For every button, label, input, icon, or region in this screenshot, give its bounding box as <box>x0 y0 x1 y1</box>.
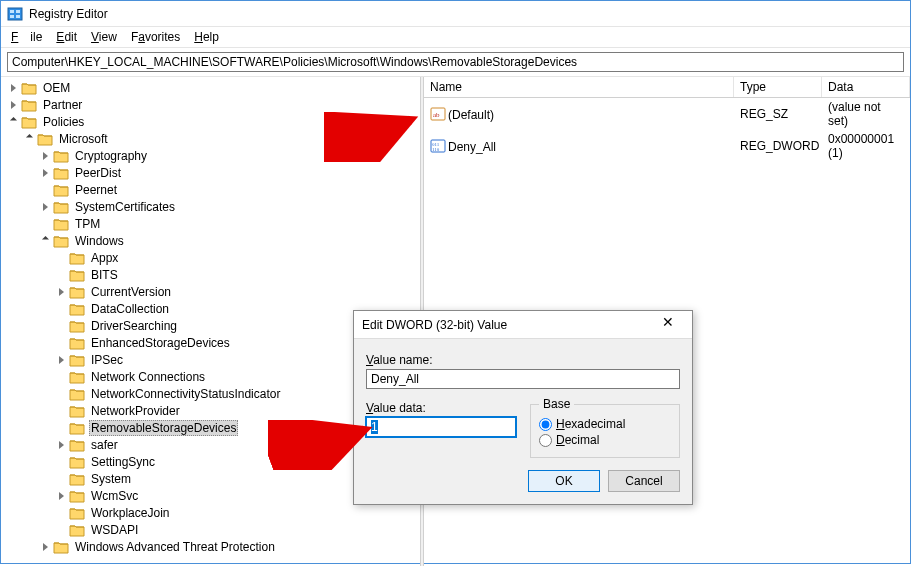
address-input[interactable]: Computer\HKEY_LOCAL_MACHINE\SOFTWARE\Pol… <box>7 52 904 72</box>
tree-item-label: CurrentVersion <box>89 285 173 299</box>
tree-item-label: DriverSearching <box>89 319 179 333</box>
tree-item-label: Partner <box>41 98 84 112</box>
folder-icon <box>37 132 53 146</box>
menu-file[interactable]: FFileile <box>5 28 48 46</box>
tree-item-label: Policies <box>41 115 86 129</box>
tree-item-label: Cryptography <box>73 149 149 163</box>
col-data[interactable]: Data <box>822 77 910 97</box>
tree-item[interactable]: CurrentVersion <box>55 283 420 300</box>
svg-text:ab: ab <box>433 111 440 119</box>
tree-item-label: Windows <box>73 234 126 248</box>
dialog-close-button[interactable]: ✕ <box>652 314 684 336</box>
radio-hex[interactable]: HexadecimalHexadecimal <box>539 417 671 431</box>
folder-icon <box>69 523 85 537</box>
folder-icon <box>69 472 85 486</box>
radio-dec-input[interactable] <box>539 434 552 447</box>
value-data-input[interactable] <box>366 417 516 437</box>
folder-icon <box>69 353 85 367</box>
expander-closed-icon[interactable] <box>39 541 51 553</box>
folder-icon <box>69 455 85 469</box>
expander-open-icon[interactable] <box>23 133 35 145</box>
tree-item-label: WSDAPI <box>89 523 140 537</box>
expander-closed-icon[interactable] <box>55 439 67 451</box>
tree-item-label: TPM <box>73 217 102 231</box>
dword-value-icon: 011110 <box>430 138 446 154</box>
folder-icon <box>69 387 85 401</box>
expander-closed-icon[interactable] <box>39 201 51 213</box>
tree-item[interactable]: Partner <box>7 96 420 113</box>
expander-closed-icon[interactable] <box>55 354 67 366</box>
tree-item[interactable]: Policies <box>7 113 420 130</box>
expander-open-icon[interactable] <box>7 116 19 128</box>
menu-edit[interactable]: EditEdit <box>50 28 83 46</box>
col-name[interactable]: Name <box>424 77 734 97</box>
svg-rect-1 <box>10 10 14 13</box>
value-row[interactable]: 011110Deny_AllREG_DWORD0x00000001 (1) <box>424 130 910 162</box>
folder-icon <box>69 438 85 452</box>
tree-item-label: SystemCertificates <box>73 200 177 214</box>
tree-item-label: safer <box>89 438 120 452</box>
base-group: Base HexadecimalHexadecimal DecimalDecim… <box>530 397 680 458</box>
value-name: Deny_All <box>448 140 496 154</box>
titlebar[interactable]: Registry Editor <box>1 1 910 27</box>
tree-item[interactable]: BITS <box>55 266 420 283</box>
folder-icon <box>53 200 69 214</box>
folder-icon <box>53 183 69 197</box>
expander-closed-icon[interactable] <box>55 286 67 298</box>
col-type[interactable]: Type <box>734 77 822 97</box>
tree-item[interactable]: Windows <box>39 232 420 249</box>
folder-icon <box>21 98 37 112</box>
value-data: (value not set) <box>822 99 910 129</box>
tree-item-label: WorkplaceJoin <box>89 506 171 520</box>
folder-icon <box>69 370 85 384</box>
tree-item[interactable]: Appx <box>55 249 420 266</box>
tree-item-label: SettingSync <box>89 455 157 469</box>
folder-icon <box>69 251 85 265</box>
tree-item-label: EnhancedStorageDevices <box>89 336 232 350</box>
value-name-input[interactable] <box>366 369 680 389</box>
expander-open-icon[interactable] <box>39 235 51 247</box>
expander-closed-icon[interactable] <box>55 490 67 502</box>
cancel-button[interactable]: Cancel <box>608 470 680 492</box>
menu-help[interactable]: HelpHelp <box>188 28 225 46</box>
tree-item[interactable]: WorkplaceJoin <box>55 504 420 521</box>
tree-item[interactable]: OEM <box>7 79 420 96</box>
value-type: REG_SZ <box>734 106 822 122</box>
dialog-titlebar[interactable]: Edit DWORD (32-bit) Value ✕ <box>354 311 692 339</box>
expander-closed-icon[interactable] <box>7 99 19 111</box>
value-type: REG_DWORD <box>734 138 822 154</box>
tree-item[interactable]: Windows Advanced Threat Protection <box>39 538 420 555</box>
tree-item[interactable]: SystemCertificates <box>39 198 420 215</box>
folder-icon <box>69 404 85 418</box>
value-name-label: Value Value name:name: <box>366 353 680 367</box>
tree-item[interactable]: WSDAPI <box>55 521 420 538</box>
tree-item-label: Windows Advanced Threat Protection <box>73 540 277 554</box>
tree-item[interactable]: Peernet <box>39 181 420 198</box>
window-title: Registry Editor <box>29 7 108 21</box>
tree-item[interactable]: PeerDist <box>39 164 420 181</box>
radio-hex-input[interactable] <box>539 418 552 431</box>
tree-item[interactable]: TPM <box>39 215 420 232</box>
tree-item-label: NetworkConnectivityStatusIndicator <box>89 387 282 401</box>
folder-icon <box>69 336 85 350</box>
expander-closed-icon[interactable] <box>7 82 19 94</box>
radio-dec[interactable]: DecimalDecimal <box>539 433 671 447</box>
svg-rect-3 <box>10 15 14 18</box>
folder-icon <box>53 166 69 180</box>
folder-icon <box>69 268 85 282</box>
tree-item[interactable]: Cryptography <box>39 147 420 164</box>
folder-icon <box>21 81 37 95</box>
value-row[interactable]: ab(Default)REG_SZ(value not set) <box>424 98 910 130</box>
ok-button[interactable]: OK <box>528 470 600 492</box>
tree-item-label: RemovableStorageDevices <box>89 420 238 436</box>
value-name: (Default) <box>448 108 494 122</box>
menu-view[interactable]: ViewView <box>85 28 123 46</box>
tree-item[interactable]: Microsoft <box>23 130 420 147</box>
expander-closed-icon[interactable] <box>39 167 51 179</box>
svg-rect-4 <box>16 15 20 18</box>
tree-item-label: BITS <box>89 268 120 282</box>
menubar: FFileile EditEdit ViewView FavoritesFavo… <box>1 27 910 47</box>
menu-favorites[interactable]: FavoritesFavorites <box>125 28 186 46</box>
expander-closed-icon[interactable] <box>39 150 51 162</box>
string-value-icon: ab <box>430 106 446 122</box>
